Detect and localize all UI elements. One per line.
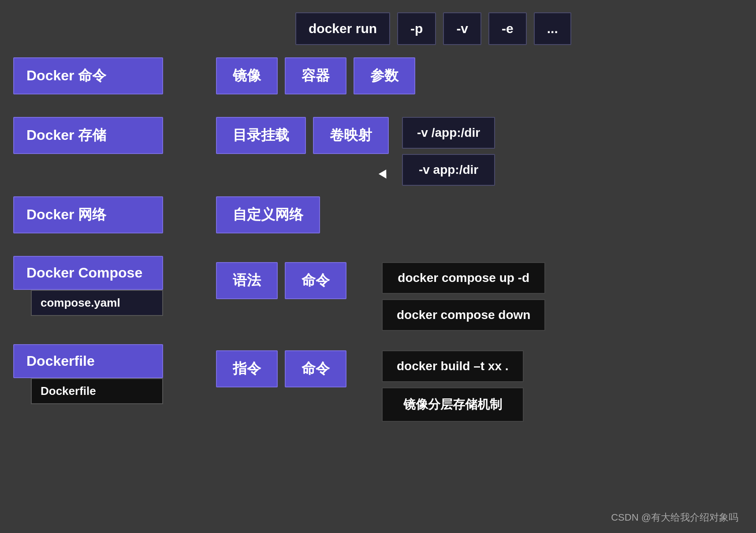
dockerfile-middle: 指令 命令: [216, 350, 346, 387]
dockerfile-sub-label: Dockerfile: [41, 384, 96, 398]
docker-compose-box: Docker Compose: [13, 256, 163, 290]
layer-storage-box: 镜像分层存储机制: [382, 387, 524, 422]
flag-v-label: -v: [456, 21, 468, 36]
dir-mount-box: 目录挂载: [216, 117, 306, 154]
docker-build-box: docker build –t xx .: [382, 350, 524, 382]
vol-map-label: 卷映射: [330, 126, 372, 145]
dockerfile-row: Dockerfile Dockerfile 指令 命令 docker build…: [13, 344, 524, 422]
docker-network-box: Docker 网络: [13, 196, 163, 233]
compose-down-label: docker compose down: [397, 308, 530, 322]
footer: CSDN @有大给我介绍对象吗: [611, 511, 738, 524]
docker-storage-label: Docker 存储: [26, 126, 106, 145]
docker-compose-label: Docker Compose: [26, 265, 142, 281]
flag-ellipsis-box: ...: [534, 12, 571, 45]
dockerfile-cmd-box: 命令: [285, 350, 346, 387]
dockerfile-label: Dockerfile: [26, 353, 95, 369]
compose-up-label: docker compose up -d: [398, 271, 529, 285]
compose-up-box: docker compose up -d: [382, 262, 545, 294]
container-label: 容器: [302, 66, 330, 86]
compose-syntax-label: 语法: [233, 271, 261, 290]
docker-cmd-right: 镜像 容器 参数: [216, 57, 415, 94]
layer-storage-label: 镜像分层存储机制: [403, 396, 502, 413]
compose-cmd-label: 命令: [302, 271, 330, 290]
docker-cmd-label: Docker 命令: [26, 66, 106, 86]
storage-right: -v /app:/dir -v app:/dir: [402, 117, 495, 186]
docker-run-row: docker run -p -v -e ...: [295, 12, 571, 45]
compose-yaml-label: compose.yaml: [41, 296, 120, 309]
compose-yaml-box: compose.yaml: [31, 290, 163, 316]
docker-run-label: docker run: [309, 21, 377, 36]
v-app-dir-label: -v /app:/dir: [417, 126, 480, 140]
compose-right: docker compose up -d docker compose down: [382, 262, 545, 331]
docker-cmd-box: Docker 命令: [13, 57, 163, 94]
flag-e-label: -e: [502, 21, 514, 36]
compose-syntax-box: 语法: [216, 262, 278, 299]
docker-cmd-row: Docker 命令 镜像 容器 参数: [13, 57, 415, 94]
image-box: 镜像: [216, 57, 278, 94]
dockerfile-instruction-label: 指令: [233, 359, 261, 379]
v-app-dir2-box: -v app:/dir: [402, 154, 495, 186]
footer-text: CSDN @有大给我介绍对象吗: [611, 512, 738, 523]
docker-build-label: docker build –t xx .: [397, 359, 509, 373]
dockerfile-cmd-label: 命令: [302, 359, 330, 379]
compose-cmd-box: 命令: [285, 262, 346, 299]
dockerfile-right: docker build –t xx . 镜像分层存储机制: [382, 350, 524, 422]
container-box: 容器: [285, 57, 346, 94]
compose-left-group: Docker Compose compose.yaml: [13, 256, 163, 316]
flag-v-box: -v: [443, 12, 481, 45]
vol-map-box: 卷映射: [313, 117, 389, 154]
custom-network-label: 自定义网络: [233, 205, 303, 225]
dockerfile-box: Dockerfile: [13, 344, 163, 378]
docker-network-row: Docker 网络 自定义网络: [13, 196, 320, 233]
compose-middle: 语法 命令: [216, 262, 346, 299]
docker-storage-row: Docker 存储 目录挂载 卷映射 -v /app:/dir -v app:/…: [13, 117, 495, 186]
compose-down-box: docker compose down: [382, 299, 545, 331]
storage-middle: 目录挂载 卷映射: [216, 117, 389, 154]
flag-e-box: -e: [488, 12, 527, 45]
dir-mount-label: 目录挂载: [233, 126, 289, 145]
docker-compose-row: Docker Compose compose.yaml 语法 命令 docker…: [13, 256, 545, 331]
flag-p-box: -p: [397, 12, 436, 45]
dockerfile-sub-box: Dockerfile: [31, 378, 163, 404]
flag-ellipsis-label: ...: [547, 21, 558, 36]
flag-p-label: -p: [410, 21, 423, 36]
v-app-dir2-label: -v app:/dir: [419, 163, 478, 177]
docker-storage-box: Docker 存储: [13, 117, 163, 154]
dockerfile-instruction-box: 指令: [216, 350, 278, 387]
v-app-dir-box: -v /app:/dir: [402, 117, 495, 149]
dockerfile-left-group: Dockerfile Dockerfile: [13, 344, 163, 404]
network-right: 自定义网络: [216, 196, 320, 233]
docker-run-box: docker run: [295, 12, 390, 45]
docker-network-label: Docker 网络: [26, 205, 106, 225]
params-label: 参数: [370, 66, 398, 86]
custom-network-box: 自定义网络: [216, 196, 320, 233]
image-label: 镜像: [233, 66, 261, 86]
params-box: 参数: [354, 57, 415, 94]
